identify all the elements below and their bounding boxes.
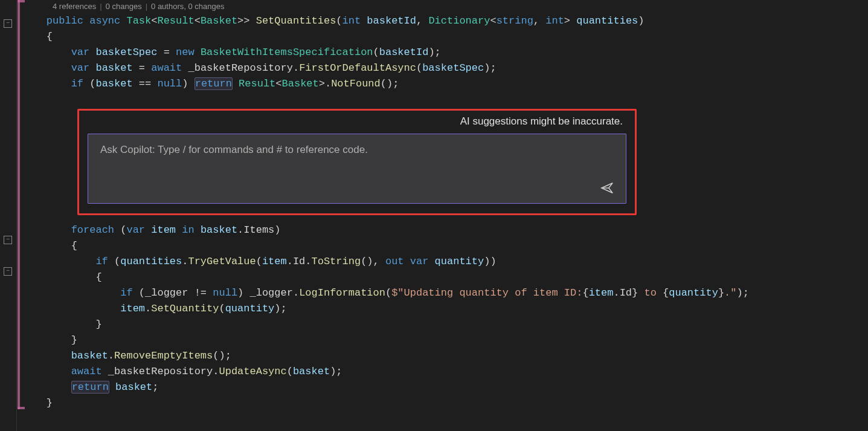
code-line[interactable]: { bbox=[22, 238, 868, 254]
copilot-input-box[interactable]: Ask Copilot: Type / for commands and # t… bbox=[88, 134, 626, 204]
code-line[interactable]: } bbox=[22, 332, 868, 348]
codelens-authors[interactable]: 0 authors, bbox=[151, 2, 186, 11]
copilot-placeholder: Ask Copilot: Type / for commands and # t… bbox=[100, 144, 614, 156]
code-line[interactable]: } bbox=[22, 395, 868, 411]
code-area[interactable]: 4 references|0 changes|0 authors, 0 chan… bbox=[17, 0, 868, 431]
codelens[interactable]: 4 references|0 changes|0 authors, 0 chan… bbox=[22, 0, 868, 13]
code-line[interactable]: if (quantities.TryGetValue(item.Id.ToStr… bbox=[22, 254, 868, 270]
code-line[interactable]: } bbox=[22, 317, 868, 332]
fold-toggle[interactable]: − bbox=[4, 236, 12, 244]
fold-toggle[interactable]: − bbox=[4, 19, 12, 28]
code-line[interactable]: foreach (var item in basket.Items) bbox=[22, 222, 868, 238]
code-line[interactable]: await _basketRepository.UpdateAsync(bask… bbox=[22, 364, 868, 380]
codelens-changes[interactable]: 0 changes bbox=[106, 2, 142, 11]
code-line[interactable]: var basket = await _basketRepository.Fir… bbox=[22, 60, 868, 76]
code-line[interactable]: { bbox=[22, 29, 868, 45]
code-line[interactable] bbox=[22, 207, 868, 222]
code-line[interactable]: item.SetQuantity(quantity); bbox=[22, 301, 868, 317]
code-line[interactable]: public async Task<Result<Basket>> SetQua… bbox=[22, 13, 868, 29]
code-line[interactable]: basket.RemoveEmptyItems(); bbox=[22, 348, 868, 364]
code-line[interactable]: if (_logger != null) _logger.LogInformat… bbox=[22, 285, 868, 301]
copilot-warning: AI suggestions might be inaccurate. bbox=[88, 115, 626, 128]
code-editor: − − − 4 references|0 changes|0 authors, … bbox=[0, 0, 868, 431]
codelens-references[interactable]: 4 references bbox=[53, 2, 96, 11]
code-line[interactable]: var basketSpec = new BasketWithItemsSpec… bbox=[22, 45, 868, 60]
code-line[interactable]: { bbox=[22, 270, 868, 285]
copilot-panel: AI suggestions might be inaccurate. Ask … bbox=[77, 109, 637, 215]
fold-toggle[interactable]: − bbox=[4, 267, 12, 276]
send-icon[interactable] bbox=[600, 181, 614, 195]
code-line[interactable]: if (basket == null) return Result<Basket… bbox=[22, 76, 868, 92]
block-indicator-top bbox=[18, 0, 25, 2]
codelens-changes2[interactable]: 0 changes bbox=[188, 2, 225, 11]
block-indicator bbox=[18, 0, 20, 409]
gutter: − − − bbox=[0, 0, 17, 431]
code-line[interactable]: return basket; bbox=[22, 380, 868, 395]
